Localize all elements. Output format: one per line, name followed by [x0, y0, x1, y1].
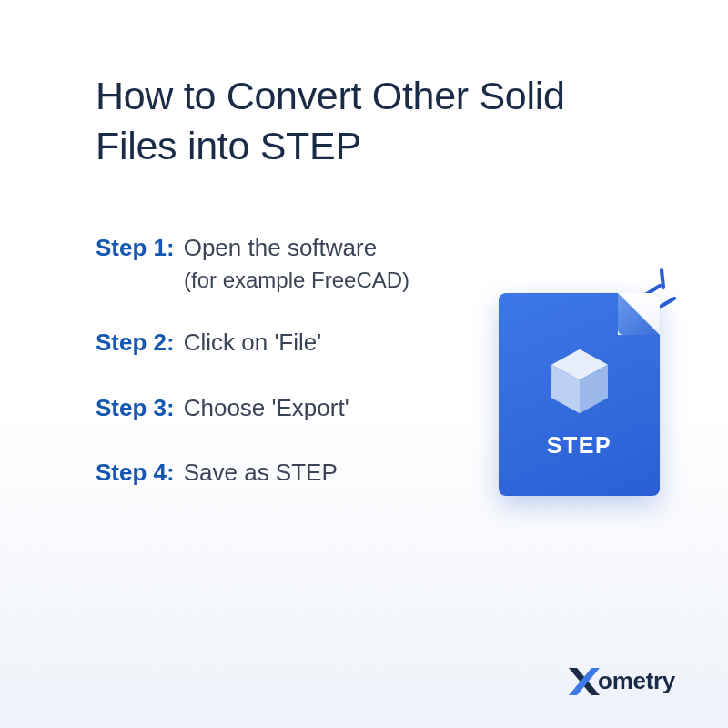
step-text: Choose 'Export' [184, 393, 349, 424]
step-1: Step 1: Open the software (for example F… [96, 233, 632, 293]
step-label: Step 2: [96, 328, 175, 359]
page-fold-icon [618, 293, 660, 335]
svg-line-2 [662, 270, 663, 288]
step-row: Step 1: Open the software [96, 233, 632, 264]
file-illustration: STEP [499, 293, 660, 496]
logo-x-icon [569, 668, 600, 695]
page-title: How to Convert Other Solid Files into ST… [96, 71, 632, 171]
step-text: Click on 'File' [184, 328, 322, 359]
step-label: Step 4: [96, 458, 175, 489]
step-file-icon: STEP [499, 293, 660, 496]
step-label: Step 3: [96, 393, 175, 424]
cube-icon [547, 347, 612, 416]
step-label: Step 1: [96, 233, 175, 264]
brand-logo: ometry [569, 667, 675, 695]
file-label: STEP [547, 432, 612, 459]
step-text: Open the software [184, 233, 377, 264]
brand-name: ometry [598, 667, 675, 695]
step-subtext: (for example FreeCAD) [184, 268, 632, 293]
step-text: Save as STEP [184, 458, 338, 489]
